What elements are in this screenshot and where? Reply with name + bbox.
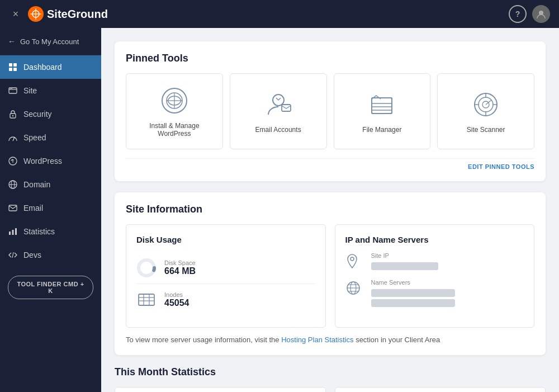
tool-finder-button[interactable]: TOOL FINDER CMD + K <box>8 276 93 299</box>
pageviews-card: Pageviews - 0 <box>335 387 546 392</box>
sidebar-item-label: Devs <box>23 251 41 259</box>
disk-space-value: 664 MB <box>164 266 196 276</box>
disk-usage-title: Disk Usage <box>136 235 315 244</box>
svg-rect-5 <box>9 63 12 67</box>
svg-line-24 <box>12 252 13 258</box>
edit-pinned-tools-link[interactable]: EDIT PINNED TOOLS <box>126 158 534 170</box>
sidebar-item-security[interactable]: Security <box>0 102 101 126</box>
svg-rect-8 <box>13 68 17 71</box>
site-ip-row: Site IP <box>345 252 524 271</box>
pinned-tool-email-accounts[interactable]: Email Accounts <box>230 73 327 149</box>
name-servers-label: Name Servers <box>371 279 455 286</box>
svg-line-15 <box>13 137 15 141</box>
disk-chart-icon <box>136 258 157 278</box>
domain-icon <box>8 180 18 190</box>
main-layout: ← Go To My Account Dashboard <box>0 28 559 392</box>
avatar[interactable] <box>532 5 550 23</box>
sidebar-item-devs[interactable]: Devs <box>0 243 101 267</box>
site-ip-info: Site IP <box>371 252 438 270</box>
disk-space-label: Disk Space <box>164 259 196 266</box>
inodes-icon <box>136 290 157 310</box>
wordpress-tool-icon <box>159 85 190 116</box>
sidebar-item-dashboard[interactable]: Dashboard <box>0 55 101 79</box>
pinned-tool-label: Email Accounts <box>255 126 301 134</box>
logo-icon <box>28 6 44 22</box>
svg-line-43 <box>486 100 491 105</box>
site-info-grid: Disk Usage Disk Space 664 MB <box>126 224 534 328</box>
topbar-left: × SiteGround <box>9 6 108 22</box>
globe-icon <box>345 280 363 298</box>
site-information-card: Site Information Disk Usage Disk S <box>115 192 546 355</box>
content-area: Pinned Tools Install & Manage WordPress <box>101 28 559 392</box>
this-month-statistics-section: This Month Statistics Unique Visitors - … <box>115 366 546 392</box>
inodes-info: Inodes 45054 <box>164 291 190 308</box>
pinned-tool-label: Site Scanner <box>467 126 505 134</box>
pinned-tools-grid: Install & Manage WordPress Email Accoun <box>126 73 534 149</box>
back-arrow-icon: ← <box>8 37 16 46</box>
stats-icon <box>8 226 18 237</box>
sidebar-item-label: Speed <box>23 133 46 142</box>
svg-rect-23 <box>15 228 17 235</box>
go-to-my-account-link[interactable]: ← Go To My Account <box>0 28 101 55</box>
inodes-row: Inodes 45054 <box>136 284 315 315</box>
logo: SiteGround <box>28 6 108 22</box>
help-button[interactable]: ? <box>509 5 527 23</box>
disk-usage-card: Disk Usage Disk Space 664 MB <box>126 224 326 328</box>
svg-rect-20 <box>9 205 17 211</box>
svg-rect-30 <box>282 105 291 111</box>
pinned-tools-title: Pinned Tools <box>126 53 534 64</box>
email-icon <box>8 203 18 213</box>
site-ip-label: Site IP <box>371 252 438 259</box>
svg-rect-6 <box>13 63 17 67</box>
location-pin-icon <box>345 253 363 271</box>
email-accounts-tool-icon <box>263 89 294 120</box>
sidebar-item-email[interactable]: Email <box>0 196 101 220</box>
ip-name-servers-card: IP and Name Servers Site IP <box>335 224 535 328</box>
name-server-1-bar <box>371 289 455 297</box>
pinned-tools-card: Pinned Tools Install & Manage WordPress <box>115 41 546 181</box>
logo-text: SiteGround <box>47 8 108 21</box>
sidebar-item-label: Statistics <box>23 227 55 236</box>
inodes-label: Inodes <box>164 291 190 298</box>
site-ip-value-bar <box>371 262 438 270</box>
sidebar-item-statistics[interactable]: Statistics <box>0 220 101 243</box>
name-servers-row: Name Servers <box>345 279 524 309</box>
site-ip-inner: Site IP <box>345 252 524 271</box>
speed-icon <box>8 133 18 143</box>
hosting-plan-statistics-link[interactable]: Hosting Plan Statistics <box>281 336 353 344</box>
site-scanner-tool-icon <box>470 89 501 120</box>
close-button[interactable]: × <box>9 7 22 21</box>
svg-rect-32 <box>372 98 392 114</box>
svg-rect-31 <box>372 98 392 114</box>
pinned-tool-wordpress[interactable]: Install & Manage WordPress <box>126 73 223 149</box>
wordpress-icon <box>8 156 18 166</box>
pinned-tool-site-scanner[interactable]: Site Scanner <box>437 73 534 149</box>
svg-rect-22 <box>12 230 14 235</box>
pinned-tool-label: File Manager <box>362 126 401 134</box>
back-label: Go To My Account <box>20 37 79 46</box>
devs-icon <box>8 250 18 260</box>
file-manager-tool-icon <box>366 89 397 120</box>
svg-rect-21 <box>9 232 11 235</box>
grid-icon <box>8 62 18 72</box>
svg-rect-46 <box>139 294 154 305</box>
pinned-tool-file-manager[interactable]: File Manager <box>334 73 431 149</box>
topbar: × SiteGround ? <box>0 0 559 28</box>
sidebar-item-label: Domain <box>23 180 50 189</box>
sidebar-item-wordpress[interactable]: WordPress <box>0 149 101 173</box>
ip-name-servers-title: IP and Name Servers <box>345 235 524 244</box>
inodes-value: 45054 <box>164 298 190 308</box>
svg-point-14 <box>12 115 13 116</box>
disk-space-info: Disk Space 664 MB <box>164 259 196 276</box>
svg-point-44 <box>139 260 154 276</box>
pinned-tool-label: Install & Manage WordPress <box>133 122 216 138</box>
svg-point-12 <box>11 88 12 89</box>
unique-visitors-card: Unique Visitors - 0 <box>115 387 326 392</box>
topbar-right: ? <box>509 5 550 23</box>
name-servers-inner: Name Servers <box>345 279 524 309</box>
sidebar: ← Go To My Account Dashboard <box>0 28 101 392</box>
sidebar-item-domain[interactable]: Domain <box>0 173 101 196</box>
sidebar-item-speed[interactable]: Speed <box>0 126 101 149</box>
sidebar-item-label: Security <box>23 110 52 119</box>
sidebar-item-site[interactable]: Site <box>0 79 101 102</box>
